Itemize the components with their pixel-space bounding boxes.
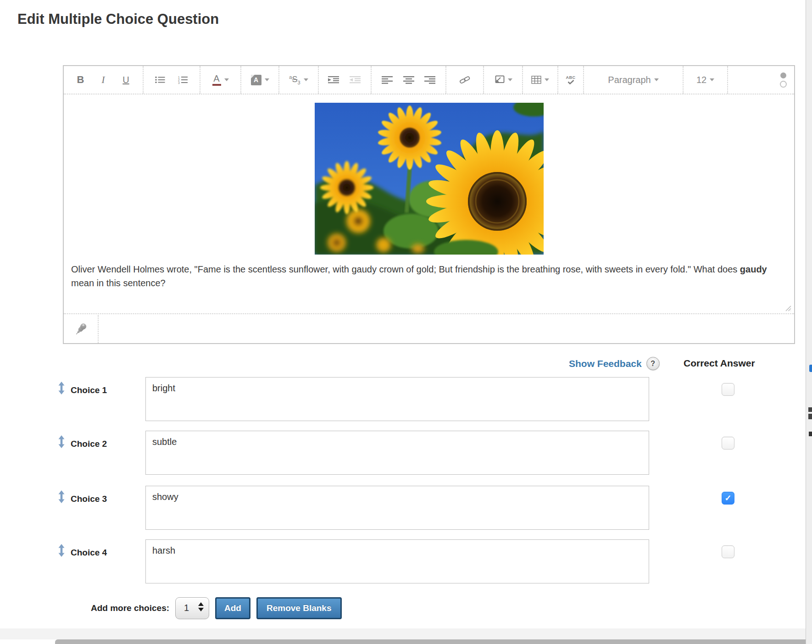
insert-table-button[interactable] [531,71,549,89]
choice-label: Choice 4 [71,548,107,558]
align-left-button[interactable] [381,71,393,89]
toolbar-group-table [523,66,558,94]
record-audio-button[interactable] [64,315,99,343]
numbered-list-button[interactable]: 1 2 3 [177,71,189,89]
bullet-list-icon [155,76,165,83]
toolbar-group-media [484,66,523,94]
add-button[interactable]: Add [215,597,250,619]
align-right-icon [424,76,435,84]
add-count-value: 1 [184,603,189,613]
choice-label: Choice 3 [71,494,107,504]
choice-text-input[interactable]: showy [145,486,649,530]
correct-answer-checkbox[interactable] [722,437,734,450]
chevron-down-icon [224,78,229,81]
bottom-controls: Add more choices: 1 Add Remove Blanks [91,596,342,620]
stepper-arrows-icon [198,602,204,611]
toolbar-toggle-dots[interactable] [780,72,787,88]
add-count-select[interactable]: 1 [175,597,209,619]
remove-blanks-button[interactable]: Remove Blanks [256,597,342,619]
chevron-down-icon [508,78,512,81]
chevron-down-icon [654,78,659,81]
background-color-icon: A [251,75,261,85]
page-bottom-band [0,628,806,639]
correct-answer-column-header: Correct Answer [684,358,755,369]
choice-text-input[interactable]: bright [145,377,649,421]
add-more-choices-label: Add more choices: [91,603,169,613]
paragraph-format-dropdown[interactable]: Paragraph [608,71,658,89]
text-color-button[interactable]: A [212,71,229,89]
drag-handle-icon[interactable] [58,382,65,394]
correct-answer-checkbox[interactable] [722,545,734,558]
italic-button[interactable]: I [97,71,109,89]
numbered-list-icon: 1 2 3 [178,76,188,84]
chevron-down-icon [265,78,269,81]
editor-footer [64,315,794,343]
clipped-content-sliver [809,432,812,436]
align-center-button[interactable] [403,71,415,89]
editor-content-area[interactable]: Oliver Wendell Holmes wrote, "Fame is th… [64,95,794,314]
correct-answer-checkbox[interactable] [722,383,734,396]
bullet-list-button[interactable] [154,71,166,89]
align-center-icon [403,76,414,84]
status-bar-empty [99,315,794,343]
insert-link-button[interactable] [459,71,471,89]
font-size-dropdown[interactable]: 12 [696,71,714,89]
toolbar-row-dot-active [780,72,786,78]
page-bottom-bar [55,639,806,644]
choice-text-input[interactable]: subtle [145,431,649,475]
correct-answer-checkbox-checked[interactable]: ✓ [722,492,734,505]
toolbar-group-lists: 1 2 3 [144,66,200,94]
background-color-button[interactable]: A [251,71,269,89]
drag-handle-icon[interactable] [58,490,65,503]
toolbar-group-indent [319,66,372,94]
link-icon [459,76,471,84]
drag-handle-icon[interactable] [58,435,65,448]
chevron-down-icon [545,78,549,81]
question-bold-word: gaudy [740,264,767,274]
toolbar-group-link [446,66,484,94]
super-sub-script-icon: aS3 [289,74,300,85]
super-sub-script-button[interactable]: aS3 [289,71,308,89]
checkmark-icon: ✓ [724,494,731,502]
editor-toolbar: B I U 1 2 3 [64,66,794,94]
svg-text:3: 3 [178,81,180,84]
insert-media-icon [494,75,505,84]
toolbar-group-fontsize: 12 [684,66,728,94]
underline-button[interactable]: U [120,71,132,89]
choice-row: Choice 1 bright [0,377,812,421]
vertical-scrollbar[interactable] [806,0,812,644]
toolbar-group-paragraph: Paragraph [584,66,684,94]
outdent-icon [350,76,362,84]
resize-handle-icon[interactable] [784,304,792,312]
align-right-button[interactable] [424,71,436,89]
choice-text-input[interactable]: harsh [145,539,649,583]
choice-row: Choice 4 harsh [0,539,812,583]
toolbar-group-basic: B I U [64,66,144,94]
indent-button[interactable] [328,71,340,89]
toolbar-row-dot-inactive [780,81,787,88]
choice-row: Choice 2 subtle [0,431,812,475]
drag-handle-icon[interactable] [58,544,65,557]
bold-button[interactable]: B [75,71,87,89]
align-left-icon [382,76,393,84]
help-icon[interactable]: ? [646,357,660,370]
toolbar-group-align [372,66,446,94]
outdent-button[interactable] [350,71,362,89]
spell-check-button[interactable]: ABC [565,71,577,89]
indent-icon [328,76,340,84]
rich-text-editor: B I U 1 2 3 [63,65,795,344]
toolbar-group-script: aS3 [279,66,319,94]
choice-row: Choice 3 showy ✓ [0,486,812,530]
toolbar-group-spellcheck: ABC [558,66,584,94]
sunflower-photo [315,103,544,255]
edit-question-page: Edit Multiple Choice Question B I U 1 [0,0,812,644]
clipped-content-sliver [809,365,812,372]
insert-media-button[interactable] [494,71,512,89]
choice-label: Choice 2 [71,439,107,449]
toolbar-group-forecolor: A [200,66,241,94]
show-feedback-link[interactable]: Show Feedback [569,358,642,369]
table-icon [531,76,541,84]
feedback-header: Show Feedback ? [569,357,660,370]
chevron-down-icon [304,78,308,81]
chevron-down-icon [710,78,714,81]
